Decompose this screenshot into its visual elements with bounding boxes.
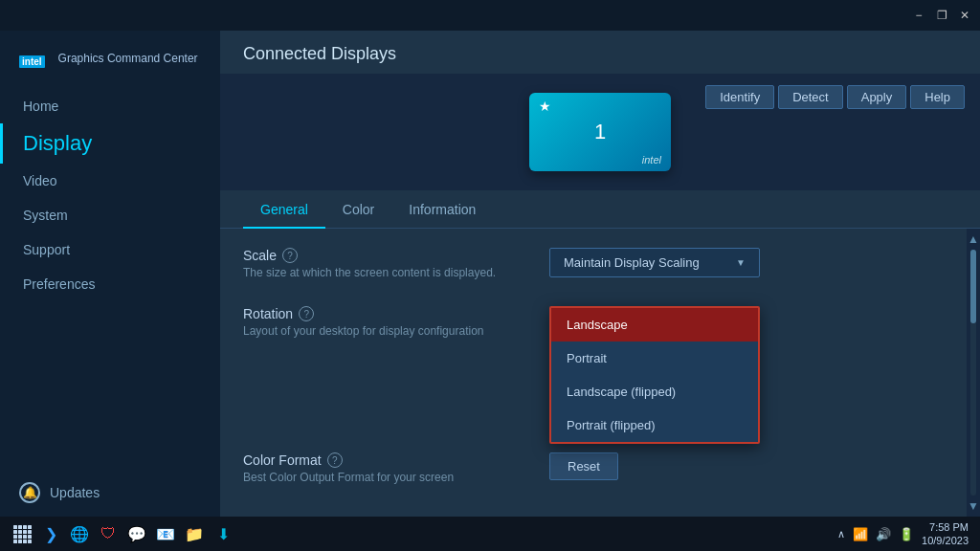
scroll-up-icon[interactable]: ▲ (968, 232, 979, 246)
battery-icon: 🔋 (899, 527, 914, 541)
monitor-number: 1 (594, 120, 606, 144)
intel-logo-text: intel (19, 48, 49, 70)
scroll-track (970, 250, 976, 496)
sidebar-nav: Home Display Video System Support Prefer… (0, 79, 220, 311)
reset-button[interactable]: Reset (549, 452, 618, 480)
sidebar: intel Graphics Command Center Home Displ… (0, 31, 220, 517)
sidebar-logo: intel Graphics Command Center (0, 31, 220, 79)
rotation-title: Rotation ? (243, 306, 549, 321)
intel-badge: intel (19, 55, 45, 68)
close-button[interactable]: ✕ (957, 8, 972, 23)
scroll-down-icon[interactable]: ▼ (968, 499, 979, 513)
home-label: Home (23, 99, 58, 114)
scale-description: The size at which the screen content is … (243, 266, 549, 279)
tab-general[interactable]: General (243, 190, 325, 229)
taskbar-shield-icon[interactable]: 🛡 (98, 523, 119, 544)
taskbar: ❯ 🌐 🛡 💬 📧 📁 ⬇ ∧ 📶 🔊 🔋 7:58 PM 10/9/2023 (0, 517, 980, 551)
taskbar-mail-icon[interactable]: 📧 (155, 523, 176, 544)
tab-general-label: General (260, 202, 308, 217)
scale-dropdown[interactable]: Maintain Display Scaling ▼ (549, 248, 760, 277)
bell-icon: 🔔 (19, 482, 40, 503)
sidebar-item-system[interactable]: System (0, 198, 220, 232)
color-format-label-col: Color Format ? Best Color Output Format … (243, 452, 549, 484)
windows-logo-icon (13, 525, 32, 543)
scale-dropdown-arrow-icon: ▼ (736, 257, 746, 268)
minimize-button[interactable]: − (911, 8, 926, 23)
title-bar-controls: − ❐ ✕ (911, 8, 972, 23)
taskbar-files-icon[interactable]: 📁 (184, 523, 205, 544)
taskbar-chrome-icon[interactable]: 🌐 (69, 523, 90, 544)
scale-setting-row: Scale ? The size at which the screen con… (243, 248, 957, 279)
detect-button[interactable]: Detect (778, 85, 843, 109)
preferences-label: Preferences (23, 276, 95, 292)
rotation-title-text: Rotation (243, 306, 293, 321)
scale-title-text: Scale (243, 248, 277, 263)
taskbar-chevron-icon[interactable]: ∧ (837, 528, 845, 540)
support-label: Support (23, 242, 70, 257)
grid-cell (28, 535, 32, 539)
rotation-option-portrait-flipped[interactable]: Portrait (flipped) (551, 408, 758, 442)
page-title: Connected Displays (220, 31, 980, 74)
taskbar-time-value: 7:58 PM (922, 520, 969, 534)
taskbar-clock[interactable]: 7:58 PM 10/9/2023 (922, 520, 969, 548)
grid-cell (28, 540, 32, 543)
app-name-label: Graphics Command Center (58, 52, 198, 65)
settings-inner: Scale ? The size at which the screen con… (220, 229, 980, 517)
taskbar-left: ❯ 🌐 🛡 💬 📧 📁 ⬇ (11, 523, 234, 544)
color-format-title: Color Format ? (243, 452, 549, 468)
grid-cell (23, 535, 27, 539)
monitor-card[interactable]: ★ 1 intel (529, 93, 671, 171)
rotation-option-landscape-flipped[interactable]: Landscape (flipped) (551, 375, 758, 408)
identify-button[interactable]: Identify (705, 85, 774, 109)
rotation-option-portrait[interactable]: Portrait (551, 342, 758, 375)
tab-color-label: Color (343, 202, 374, 217)
taskbar-chat-icon[interactable]: 💬 (126, 523, 147, 544)
sidebar-item-preferences[interactable]: Preferences (0, 267, 220, 301)
taskbar-vscode-icon[interactable]: ❯ (40, 523, 61, 544)
display-actions: Identify Detect Apply Help (705, 85, 965, 109)
grid-cell (13, 525, 17, 529)
taskbar-download-icon[interactable]: ⬇ (212, 523, 234, 544)
app-body: intel Graphics Command Center Home Displ… (0, 31, 980, 517)
rotation-option-portrait-flipped-label: Portrait (flipped) (567, 418, 655, 432)
sidebar-updates[interactable]: 🔔 Updates (0, 469, 220, 517)
color-format-setting-row: Color Format ? Best Color Output Format … (243, 452, 957, 484)
tab-information[interactable]: Information (391, 190, 493, 229)
display-preview-area: Identify Detect Apply Help ★ 1 intel (220, 74, 980, 190)
tab-color[interactable]: Color (325, 190, 391, 229)
sidebar-item-video[interactable]: Video (0, 164, 220, 198)
grid-cell (28, 525, 32, 529)
grid-cell (18, 540, 22, 543)
settings-content: Scale ? The size at which the screen con… (220, 229, 980, 517)
main-content: Connected Displays Identify Detect Apply… (220, 31, 980, 517)
taskbar-date-value: 10/9/2023 (922, 534, 969, 547)
apply-button[interactable]: Apply (847, 85, 907, 109)
scale-help-icon[interactable]: ? (282, 248, 298, 263)
grid-cell (23, 525, 27, 529)
display-label: Display (23, 131, 92, 156)
grid-cell (28, 530, 32, 534)
color-format-title-text: Color Format (243, 452, 322, 468)
scale-label-col: Scale ? The size at which the screen con… (243, 248, 549, 279)
rotation-description: Layout of your desktop for display confi… (243, 324, 549, 338)
help-button[interactable]: Help (910, 85, 965, 109)
scroll-thumb[interactable] (970, 250, 976, 323)
rotation-option-landscape-flipped-label: Landscape (flipped) (567, 385, 676, 399)
grid-cell (13, 530, 17, 534)
start-button[interactable] (11, 523, 33, 544)
grid-cell (13, 540, 17, 543)
sidebar-item-support[interactable]: Support (0, 232, 220, 267)
grid-cell (18, 530, 22, 534)
grid-cell (13, 535, 17, 539)
restore-button[interactable]: ❐ (934, 8, 949, 23)
color-format-description: Best Color Output Format for your screen (243, 471, 549, 484)
monitor-brand: intel (642, 154, 661, 165)
monitor-star-icon: ★ (539, 99, 551, 114)
sidebar-item-home[interactable]: Home (0, 89, 220, 123)
color-format-help-icon[interactable]: ? (327, 452, 343, 468)
rotation-help-icon[interactable]: ? (299, 306, 314, 321)
taskbar-right: ∧ 📶 🔊 🔋 7:58 PM 10/9/2023 (837, 520, 969, 548)
video-label: Video (23, 173, 57, 188)
sidebar-item-display[interactable]: Display (0, 123, 220, 164)
rotation-option-landscape[interactable]: Landscape (551, 308, 758, 342)
